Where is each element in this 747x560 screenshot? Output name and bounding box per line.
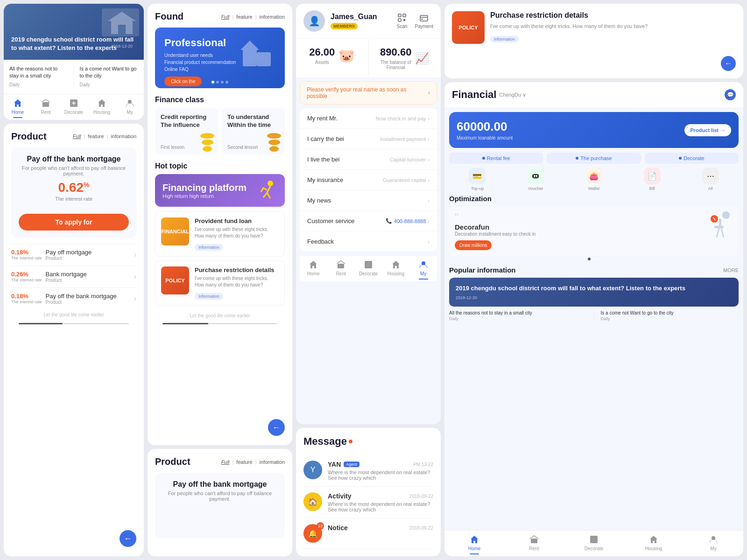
- profile-name: James_Guan: [331, 13, 377, 21]
- item-rate-2: 0.26%: [11, 271, 39, 278]
- nav-my[interactable]: My: [116, 98, 144, 118]
- info-card-financial[interactable]: FINANCIAL Provident fund loan I've come …: [155, 211, 285, 257]
- chengdu-tag[interactable]: ChengDu ∨: [499, 92, 526, 98]
- product-list-item-2[interactable]: 0.26% The interest rate Bank mortgage Pr…: [11, 266, 136, 287]
- menu-feedback[interactable]: Feedback ›: [300, 231, 437, 252]
- finance-card-2[interactable]: To understandWithin the time Second less…: [222, 108, 285, 154]
- fin-nav-decorate[interactable]: Decorate: [564, 534, 624, 554]
- menu-rent[interactable]: My rent Mr. Now check in and pay›: [300, 108, 437, 129]
- my-icon-profile: [418, 259, 429, 270]
- pop-news-1[interactable]: All the reasons not to stay in a small c…: [449, 310, 587, 321]
- found-footer: Let the good life come earlier: [155, 309, 285, 320]
- info-card-policy[interactable]: POLICY Purchase restriction details I've…: [155, 260, 285, 306]
- yan-avatar: Y: [303, 461, 322, 479]
- arrow-icon-2: ›: [134, 273, 136, 281]
- nav-housing[interactable]: Housing: [88, 98, 116, 118]
- back-btn-found[interactable]: ←: [268, 419, 285, 436]
- carousel-btn[interactable]: Click on the: [164, 77, 202, 86]
- hero-banner[interactable]: 2019 chengdu school district room will f…: [4, 4, 144, 60]
- scan-label: Scan: [397, 24, 408, 29]
- profile-info: James_Guan MEMBERS: [331, 13, 377, 29]
- profile-nav-decorate[interactable]: Decorate: [355, 259, 382, 280]
- nav-home[interactable]: Home: [4, 98, 32, 118]
- product-list-button[interactable]: Product list →: [684, 124, 731, 136]
- scroll-indicator-1: [19, 323, 129, 324]
- news-item-1[interactable]: All the reasons not to stay in a small c…: [9, 65, 68, 88]
- menu-news[interactable]: My news ›: [300, 190, 437, 211]
- menu-insurance[interactable]: My insurance Guaranteed capital›: [300, 170, 437, 190]
- policy-back-button[interactable]: ←: [721, 56, 736, 71]
- message-item-notice[interactable]: 🔔 13 Notice 2018-09-22: [303, 518, 433, 549]
- found-screen: Found Full | feature | information Profe…: [148, 4, 292, 445]
- icon-bill[interactable]: 📄 Bill: [624, 168, 680, 191]
- opt-button[interactable]: Draw millions: [455, 240, 492, 250]
- topup-icon: 💳: [469, 168, 486, 184]
- popular-banner[interactable]: 2019 chengdu school district room will f…: [449, 278, 739, 307]
- svg-rect-27: [531, 539, 537, 543]
- verify-banner[interactable]: Please verify your real name as soon as …: [300, 81, 437, 105]
- finance-class-grid: Credit reportingThe influence First less…: [155, 108, 285, 154]
- carousel-banner[interactable]: Professional Understand user needsFinanc…: [155, 28, 285, 88]
- fin-nav-my[interactable]: My: [684, 534, 743, 554]
- notification-icon[interactable]: 💬: [725, 89, 736, 100]
- hot-topic-title-label: Hot topic: [155, 162, 285, 170]
- icon-all[interactable]: ⋯ All: [682, 168, 739, 191]
- financial-bottom-nav: Home Rent Decorate Housing: [444, 530, 743, 556]
- message-item-yan[interactable]: Y YAN Agent PM 13:22 Where is the most d…: [303, 455, 433, 487]
- message-item-activity[interactable]: 🏠 Activity 2018-09-22 Where is the most …: [303, 487, 433, 518]
- profile-nav-my[interactable]: My: [409, 259, 437, 280]
- profile-nav-rent[interactable]: Rent: [327, 259, 355, 280]
- profile-nav-home[interactable]: Home: [300, 259, 327, 280]
- icon-wallet[interactable]: 👛 Wallet: [566, 168, 622, 191]
- pop-banner-date: 2018-12-20: [456, 295, 732, 300]
- more-link[interactable]: MORE: [723, 267, 739, 273]
- scan-action[interactable]: Scan: [397, 13, 408, 29]
- menu-customer-service[interactable]: Customer service 📞 400-888-8888 ›: [300, 211, 437, 231]
- scroll-indicator-found: [162, 323, 277, 324]
- fin-nav-home[interactable]: Home: [444, 534, 504, 554]
- product-section: Product Full | feature | information Pay…: [4, 124, 144, 556]
- optimization-section: Optimization " Decorafun Decoration inst…: [444, 195, 743, 262]
- policy-card-content: Purchase restriction details I've come u…: [195, 266, 279, 300]
- popular-header: Popular information MORE: [449, 266, 739, 274]
- payment-action[interactable]: Payment: [415, 13, 433, 29]
- policy-content: Purchase restriction details I've come u…: [490, 11, 736, 71]
- apply-button[interactable]: To apply for: [19, 214, 129, 231]
- svg-rect-17: [338, 264, 344, 268]
- nav-decorate[interactable]: Decorate: [60, 98, 88, 118]
- svg-rect-12: [398, 19, 401, 21]
- menu-list: My rent Mr. Now check in and pay› I carr…: [300, 108, 437, 252]
- product-list-item-1[interactable]: 0.18% The interest rate Pay off mortgage…: [11, 244, 136, 266]
- phone-screen-1: 2019 chengdu school district room will f…: [4, 4, 144, 120]
- hot-topic-banner[interactable]: Financing platform High return high retu…: [155, 174, 285, 207]
- svg-marker-8: [240, 41, 259, 50]
- menu-carry[interactable]: I carry the bei Installment payment›: [300, 129, 437, 149]
- back-button-1[interactable]: ←: [120, 530, 136, 547]
- icon-voucher[interactable]: 🎟 Voucher: [507, 168, 564, 191]
- optimization-card: " Decorafun Decoration installment easy …: [449, 206, 739, 256]
- fee-tab-purchase[interactable]: The purchase: [547, 153, 641, 164]
- news-item-2[interactable]: Is a come not Want to go to the city Dai…: [80, 65, 139, 88]
- notice-content: Notice 2018-09-22: [328, 524, 433, 543]
- product-list-item-3[interactable]: 0.18% The interest rate Pay off the bank…: [11, 287, 136, 309]
- finance-card-1[interactable]: Credit reportingThe influence First less…: [155, 108, 218, 154]
- fee-tab-decorate[interactable]: Decorate: [645, 153, 739, 164]
- column-3: 👤 James_Guan MEMBERS Scan: [296, 4, 441, 556]
- nav-rent[interactable]: Rent: [32, 98, 60, 118]
- svg-rect-11: [403, 14, 406, 17]
- rate-label: The interest rate: [19, 196, 129, 202]
- members-badge: MEMBERS: [331, 23, 358, 29]
- fee-tab-rental[interactable]: Rental fee: [449, 153, 543, 164]
- product-main-card: Pay off the bank mortgage For people who…: [11, 147, 136, 238]
- opt-quote-icon: ": [455, 212, 536, 223]
- pop-news-2[interactable]: Is a come not Want to go to the city Dai…: [601, 310, 739, 321]
- fin-nav-rent[interactable]: Rent: [504, 534, 564, 554]
- menu-live[interactable]: I live the bei Capital turnover›: [300, 149, 437, 170]
- notice-badge: 13: [317, 522, 324, 530]
- opt-illustration: [705, 212, 733, 240]
- profile-nav-housing[interactable]: Housing: [382, 259, 409, 280]
- financial-card-desc: I've come up with these eight tricks. Ho…: [195, 226, 279, 239]
- my-icon: [125, 98, 135, 108]
- icon-topup[interactable]: 💳 Top-up: [449, 168, 506, 191]
- fin-nav-housing[interactable]: Housing: [624, 534, 684, 554]
